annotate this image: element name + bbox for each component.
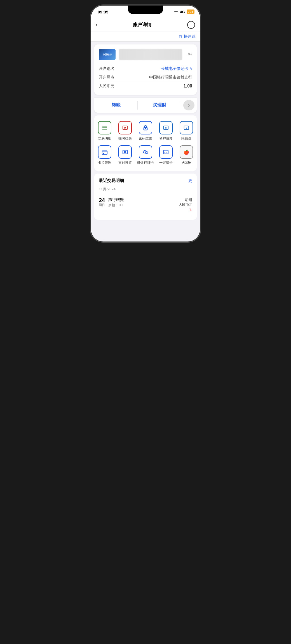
section-more[interactable]: 更 [188,178,192,183]
account-card: 中国银行 👁 账户别名 长城电子借记卡 ✎ 开户网点 中国银行昭通市镇雄支行 人… [94,44,197,95]
apple-pay-label: Apple [182,160,191,164]
svg-point-16 [124,151,126,153]
temp-loss-icon [118,121,132,134]
network-label: 4G [180,10,185,14]
alias-label: 账户别名 [99,66,114,71]
one-bind-label: 一键绑卡 [159,160,173,165]
menu-transaction-detail[interactable]: 交易明细 [95,121,114,141]
card-header: 中国银行 👁 [99,49,192,60]
transaction-detail-icon [98,121,111,134]
transfer-button[interactable]: 转账 [94,98,138,113]
svg-point-22 [165,152,165,153]
svg-text:¥: ¥ [165,127,167,129]
action-buttons: 转账 买理财 › [94,98,197,113]
date-day: 24 [99,197,105,203]
svg-rect-12 [102,151,107,154]
menu-one-bind[interactable]: 一键绑卡 [156,145,176,165]
table-row[interactable]: 24 周日 跨行转账 余额 1.00 胡钳 人民币元 1. [99,195,192,215]
pay-settings-icon [118,145,132,159]
headset-button[interactable] [187,20,196,29]
apple-pay-icon: 🍎 [180,145,193,159]
transaction-info: 跨行转账 余额 1.00 [108,197,179,208]
pwd-reset-icon [139,121,152,134]
currency-label-row: 人民币元 [179,202,192,207]
notch [128,6,163,14]
menu-card-manage[interactable]: 卡片管理 [95,145,114,165]
svg-point-13 [103,153,104,154]
menu-row-1: 交易明细 临时挂失 [94,119,197,143]
invest-button[interactable]: 买理财 [138,98,181,113]
currency-row: 人民币元 1.00 [99,82,192,90]
quick-select-icon: ⊟ [179,34,182,39]
wechat-bind-label: 微银行绑卡 [137,160,154,165]
transaction-right: 胡钳 人民币元 1. [179,197,192,212]
status-time: 09:35 [98,10,108,14]
branch-label: 开户网点 [99,75,114,80]
card-manage-label: 卡片管理 [98,160,111,165]
currency-value: 1.00 [184,84,192,89]
branch-row: 开户网点 中国银行昭通市镇雄支行 [99,73,192,82]
transaction-date: 24 周日 [99,197,105,207]
menu-temp-loss[interactable]: 临时挂失 [115,121,135,141]
svg-rect-15 [123,150,128,154]
currency-label: 人民币元 [99,84,114,89]
alias-row: 账户别名 长城电子借记卡 ✎ [99,65,192,73]
svg-point-23 [166,152,167,153]
nav-bar: ‹ 账户详情 [91,18,200,32]
headset-icon [187,21,195,29]
move-notify-label: 动户通知 [159,136,173,141]
menu-grid: 交易明细 临时挂失 [94,115,197,171]
menu-row-2: 卡片管理 支付设置 [94,143,197,167]
month-header: 11月/2024 [99,187,192,192]
page-title: 账户详情 [133,22,152,28]
limit-label: 限额设 [181,136,191,141]
more-button[interactable]: › [183,100,194,110]
transaction-name: 跨行转账 [108,197,179,202]
svg-point-7 [145,128,146,129]
transaction-section: 最近交易明细 更 11月/2024 24 周日 跨行转账 余额 1.00 胡钳 … [94,174,197,220]
pwd-reset-label: 密码重置 [139,136,152,141]
menu-pay-settings[interactable]: 支付设置 [115,145,135,165]
one-bind-icon [159,145,173,159]
card-manage-icon [98,145,111,159]
alias-value: 长城电子借记卡 ✎ [161,66,192,71]
menu-apple-pay[interactable]: 🍎 Apple [177,145,196,165]
bank-logo: 中国银行 [99,49,116,60]
limit-icon: ¥ [180,121,193,134]
branch-value: 中国银行昭通市镇雄支行 [149,75,192,80]
transaction-balance: 余额 1.00 [108,203,179,208]
transaction-amount: 1. [179,208,192,212]
back-button[interactable]: ‹ [95,21,97,29]
pay-settings-label: 支付设置 [118,160,132,165]
temp-loss-label: 临时挂失 [118,136,132,141]
svg-point-19 [144,151,144,152]
svg-rect-21 [164,150,168,154]
date-weekday: 周日 [99,203,105,207]
wechat-bind-icon [139,145,152,159]
quick-select-bar[interactable]: ⊟ 快速选 [91,32,200,42]
menu-move-notify[interactable]: ¥ 动户通知 [156,121,176,141]
transaction-person: 胡钳 [179,197,192,202]
menu-limit[interactable]: ¥ 限额设 [177,121,196,141]
battery-badge: 704 [187,10,194,14]
svg-point-20 [145,151,146,152]
more-icon: › [188,102,190,108]
svg-text:¥: ¥ [186,127,187,129]
move-notify-icon: ¥ [159,121,173,134]
phone-frame: 09:35 ▪▪▪▪ 4G 704 ‹ 账户详情 ⊟ 快速选 中国银行 👁 账户… [91,6,200,242]
section-header: 最近交易明细 更 [99,178,192,183]
transaction-detail-label: 交易明细 [98,136,111,141]
card-number-blurred [119,49,182,60]
eye-icon[interactable]: 👁 [188,52,192,57]
signal-icon: ▪▪▪▪ [173,10,178,14]
quick-select-text[interactable]: 快速选 [184,34,196,39]
menu-pwd-reset[interactable]: 密码重置 [136,121,155,141]
section-title: 最近交易明细 [99,178,124,183]
status-right: ▪▪▪▪ 4G 704 [173,10,194,14]
edit-icon[interactable]: ✎ [189,67,192,71]
menu-wechat-bind[interactable]: 微银行绑卡 [136,145,155,165]
